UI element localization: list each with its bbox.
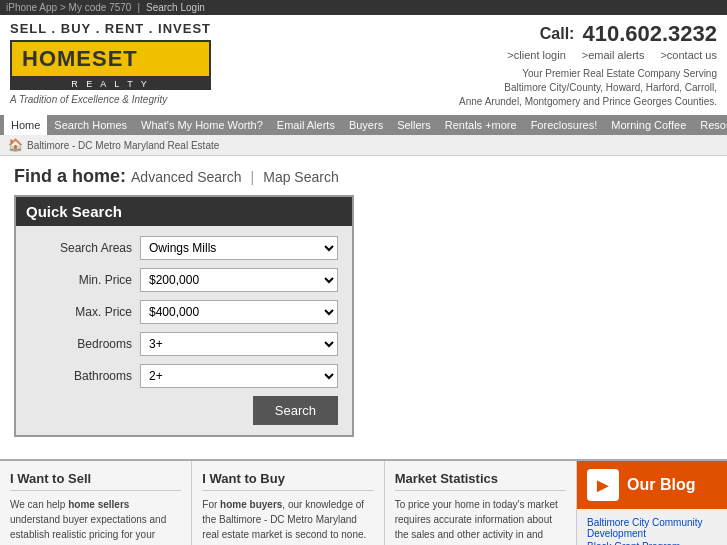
advanced-search-link[interactable]: Advanced Search [131, 169, 242, 185]
max-price-label: Max. Price [30, 305, 140, 319]
breadcrumb-icon: 🏠 [8, 138, 23, 152]
blog-link-2[interactable]: Block Grant Program [587, 541, 717, 545]
breadcrumb-text: Baltimore - DC Metro Maryland Real Estat… [27, 140, 219, 151]
nav-sellers[interactable]: Sellers [390, 115, 438, 135]
logo-name: HOMESET [10, 40, 211, 78]
email-alerts-link[interactable]: >email alerts [582, 49, 645, 61]
call-number: 410.602.3232 [582, 21, 717, 47]
slogan: SELL . BUY . RENT . INVEST [10, 21, 211, 36]
quick-search-box: Quick Search Search Areas Owings Mills B… [14, 195, 354, 437]
breadcrumb: 🏠 Baltimore - DC Metro Maryland Real Est… [0, 135, 727, 156]
find-label: Find a home: [14, 166, 126, 186]
market-title: Market Statistics [395, 471, 566, 491]
bathrooms-row: Bathrooms Any 1+ 2+ 3+ [30, 364, 338, 388]
top-bar: iPhone App > My code 7570 | Search Login [0, 0, 727, 15]
min-price-label: Min. Price [30, 273, 140, 287]
blog-title: Our Blog [627, 476, 695, 494]
search-areas-row: Search Areas Owings Mills Baltimore City… [30, 236, 338, 260]
blog-body: Baltimore City Community Development Blo… [577, 509, 727, 545]
search-button[interactable]: Search [253, 396, 338, 425]
bedrooms-row: Bedrooms Any 1+ 2+ 3+ 4+ [30, 332, 338, 356]
buy-col: I Want to Buy For home buyers, our knowl… [192, 461, 384, 545]
call-line: Call: 410.602.3232 [540, 21, 717, 47]
bedrooms-select[interactable]: Any 1+ 2+ 3+ 4+ [140, 332, 338, 356]
nav-email-alerts[interactable]: Email Alerts [270, 115, 342, 135]
nav-foreclosures[interactable]: Foreclosures! [524, 115, 605, 135]
logo-area: SELL . BUY . RENT . INVEST HOMESET R E A… [10, 21, 211, 105]
logo-sub: R E A L T Y [10, 78, 211, 90]
blog-header: ► Our Blog [577, 461, 727, 509]
blog-col: ► Our Blog Baltimore City Community Deve… [577, 461, 727, 545]
call-label: Call: [540, 25, 575, 43]
nav-rentals[interactable]: Rentals +more [438, 115, 524, 135]
sell-body: We can help home sellers understand buye… [10, 497, 181, 545]
search-button-row: Search [30, 396, 338, 425]
buy-title: I Want to Buy [202, 471, 373, 491]
nav-buyers[interactable]: Buyers [342, 115, 390, 135]
sell-title: I Want to Sell [10, 471, 181, 491]
header-links: >client login >email alerts >contact us [507, 49, 717, 61]
min-price-row: Min. Price Any $100,000 $150,000 $200,00… [30, 268, 338, 292]
search-areas-label: Search Areas [30, 241, 140, 255]
nav-morning-coffee[interactable]: Morning Coffee [604, 115, 693, 135]
quick-search-title: Quick Search [16, 197, 352, 226]
header-center: Call: 410.602.3232 >client login >email … [211, 21, 717, 109]
client-login-link[interactable]: >client login [507, 49, 565, 61]
sell-col: I Want to Sell We can help home sellers … [0, 461, 192, 545]
max-price-row: Max. Price Any $300,000 $400,000 $500,00… [30, 300, 338, 324]
header-description: Your Premier Real Estate Company Serving… [459, 67, 717, 109]
map-search-link[interactable]: Map Search [263, 169, 338, 185]
nav-home[interactable]: Home [4, 115, 47, 135]
top-bar-path: iPhone App > My code 7570 [6, 2, 131, 13]
rss-icon: ► [587, 469, 619, 501]
nav-whats-my-home-worth[interactable]: What's My Home Worth? [134, 115, 270, 135]
header: SELL . BUY . RENT . INVEST HOMESET R E A… [0, 15, 727, 115]
bathrooms-select[interactable]: Any 1+ 2+ 3+ [140, 364, 338, 388]
logo-tagline: A Tradition of Excellence & Integrity [10, 94, 211, 105]
bottom-section: I Want to Sell We can help home sellers … [0, 459, 727, 545]
bathrooms-label: Bathrooms [30, 369, 140, 383]
main-content: Find a home: Advanced Search | Map Searc… [0, 156, 727, 447]
market-body: To price your home in today's market req… [395, 497, 566, 545]
search-areas-select[interactable]: Owings Mills Baltimore City Howard Count… [140, 236, 338, 260]
max-price-select[interactable]: Any $300,000 $400,000 $500,000 $600,000 [140, 300, 338, 324]
title-separator: | [251, 169, 255, 185]
blog-link-1[interactable]: Baltimore City Community Development [587, 517, 717, 539]
min-price-select[interactable]: Any $100,000 $150,000 $200,000 $250,000 [140, 268, 338, 292]
market-col: Market Statistics To price your home in … [385, 461, 577, 545]
quick-search-body: Search Areas Owings Mills Baltimore City… [16, 226, 352, 435]
find-home-title: Find a home: Advanced Search | Map Searc… [14, 166, 713, 187]
buy-body: For home buyers, our knowledge of the Ba… [202, 497, 373, 545]
bedrooms-label: Bedrooms [30, 337, 140, 351]
nav-bar: Home Search Homes What's My Home Worth? … [0, 115, 727, 135]
contact-us-link[interactable]: >contact us [660, 49, 717, 61]
search-login-link[interactable]: Search Login [146, 2, 205, 13]
nav-resources[interactable]: Resources [693, 115, 727, 135]
nav-search-homes[interactable]: Search Homes [47, 115, 134, 135]
